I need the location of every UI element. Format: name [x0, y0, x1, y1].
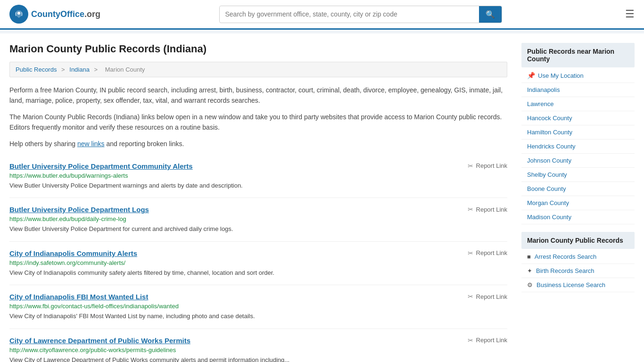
record-header: City of Indianapolis Community Alerts ✂ … [9, 249, 507, 257]
sidebar-nearby-johnson[interactable]: Johnson County [521, 154, 635, 168]
use-my-location-link[interactable]: Use My Location [538, 72, 584, 79]
location-pin-icon: 📌 [527, 72, 535, 79]
birth-icon: ✦ [527, 267, 532, 274]
breadcrumb-public-records[interactable]: Public Records [16, 66, 57, 73]
menu-button[interactable]: ☰ [625, 8, 635, 20]
nearby-section-title: Public Records near Marion County [521, 43, 635, 67]
header-divider [0, 30, 644, 33]
sidebar-nearby-morgan[interactable]: Morgan County [521, 196, 635, 210]
record-item: City of Lawrence Department of Public Wo… [9, 329, 507, 362]
record-url[interactable]: https://indy.safetown.org/community-aler… [9, 259, 507, 266]
record-item: Butler University Police Department Logs… [9, 198, 507, 242]
record-title[interactable]: City of Lawrence Department of Public Wo… [9, 337, 190, 345]
record-item: City of Indianapolis FBI Most Wanted Lis… [9, 285, 507, 329]
sidebar-arrest-records[interactable]: ■ Arrest Records Search [521, 250, 635, 264]
sidebar-nearby-indianapolis[interactable]: Indianapolis [521, 83, 635, 97]
sidebar: Public Records near Marion County 📌 Use … [521, 43, 635, 362]
search-bar: 🔍 [219, 6, 502, 23]
records-section-title: Marion County Public Records [521, 232, 635, 249]
description-2: The Marion County Public Records (Indian… [9, 112, 507, 133]
report-link-button[interactable]: ✂ Report Link [468, 162, 507, 170]
record-title[interactable]: City of Indianapolis FBI Most Wanted Lis… [9, 293, 148, 301]
site-header: CountyOffice.org 🔍 ☰ [0, 0, 644, 30]
content-area: Marion County Public Records (Indiana) P… [9, 43, 507, 362]
search-input[interactable] [220, 7, 479, 22]
record-header: Butler University Police Department Logs… [9, 206, 507, 214]
sidebar-nearby-lawrence[interactable]: Lawrence [521, 97, 635, 111]
report-link-button[interactable]: ✂ Report Link [468, 293, 507, 300]
record-description: View City of Indianapolis community safe… [9, 268, 507, 278]
record-item: Butler University Police Department Comm… [9, 155, 507, 198]
business-icon: ⚙ [527, 281, 533, 288]
report-icon: ✂ [468, 249, 473, 257]
report-icon: ✂ [468, 162, 473, 170]
record-header: City of Indianapolis FBI Most Wanted Lis… [9, 293, 507, 301]
main-container: Marion County Public Records (Indiana) P… [0, 33, 644, 362]
new-links-link[interactable]: new links [77, 140, 105, 148]
breadcrumb-indiana[interactable]: Indiana [69, 66, 90, 73]
nearby-section: Public Records near Marion County 📌 Use … [521, 43, 635, 224]
report-icon: ✂ [468, 337, 473, 344]
breadcrumb-marion-county: Marion County [105, 66, 145, 73]
description-1: Perform a free Marion County, IN public … [9, 85, 507, 106]
logo-text: CountyOffice.org [31, 9, 100, 19]
sidebar-nearby-hendricks[interactable]: Hendricks County [521, 140, 635, 154]
arrest-icon: ■ [527, 253, 531, 260]
record-header: City of Lawrence Department of Public Wo… [9, 337, 507, 345]
page-title: Marion County Public Records (Indiana) [9, 43, 507, 55]
record-description: View City of Indianapolis' FBI Most Want… [9, 312, 507, 321]
report-link-button[interactable]: ✂ Report Link [468, 206, 507, 213]
records-list: Butler University Police Department Comm… [9, 155, 507, 362]
sidebar-nearby-madison[interactable]: Madison County [521, 210, 635, 224]
sidebar-nearby-hancock[interactable]: Hancock County [521, 111, 635, 125]
record-url[interactable]: https://www.butler.edu/bupd/warnings-ale… [9, 172, 507, 179]
record-url[interactable]: https://www.butler.edu/bupd/daily-crime-… [9, 215, 507, 222]
report-link-button[interactable]: ✂ Report Link [468, 249, 507, 257]
sidebar-nearby-shelby[interactable]: Shelby County [521, 168, 635, 182]
record-header: Butler University Police Department Comm… [9, 162, 507, 170]
report-link-button[interactable]: ✂ Report Link [468, 337, 507, 344]
breadcrumb-separator-2: > [94, 66, 98, 73]
description-3: Help others by sharing new links and rep… [9, 139, 507, 149]
sidebar-business-license[interactable]: ⚙ Business License Search [521, 278, 635, 292]
search-button[interactable]: 🔍 [479, 6, 502, 23]
record-url[interactable]: https://www.fbi.gov/contact-us/field-off… [9, 303, 507, 310]
use-my-location-item[interactable]: 📌 Use My Location [521, 68, 635, 83]
records-section: Marion County Public Records ■ Arrest Re… [521, 232, 635, 292]
report-icon: ✂ [468, 206, 473, 213]
sidebar-nearby-boone[interactable]: Boone County [521, 182, 635, 196]
record-title[interactable]: City of Indianapolis Community Alerts [9, 249, 137, 257]
record-url[interactable]: http://www.cityoflawrence.org/public-wor… [9, 346, 507, 354]
sidebar-nearby-hamilton[interactable]: Hamilton County [521, 125, 635, 140]
logo-icon [9, 5, 28, 24]
hamburger-icon: ☰ [625, 8, 635, 20]
record-title[interactable]: Butler University Police Department Comm… [9, 162, 193, 170]
description-3-pre: Help others by sharing [9, 140, 77, 148]
record-title[interactable]: Butler University Police Department Logs [9, 206, 149, 214]
record-description: View City of Lawrence Department of Publ… [9, 355, 507, 362]
description-3-post: and reporting broken links. [105, 140, 184, 148]
logo[interactable]: CountyOffice.org [9, 5, 100, 24]
record-item: City of Indianapolis Community Alerts ✂ … [9, 242, 507, 286]
search-icon: 🔍 [486, 10, 495, 18]
report-icon: ✂ [468, 293, 473, 300]
breadcrumb-separator-1: > [61, 66, 65, 73]
svg-point-1 [17, 12, 20, 15]
record-description: View Butler University Police Department… [9, 224, 507, 234]
sidebar-birth-records[interactable]: ✦ Birth Records Search [521, 264, 635, 278]
breadcrumb: Public Records > Indiana > Marion County [9, 62, 507, 77]
record-description: View Butler University Police Department… [9, 181, 507, 190]
